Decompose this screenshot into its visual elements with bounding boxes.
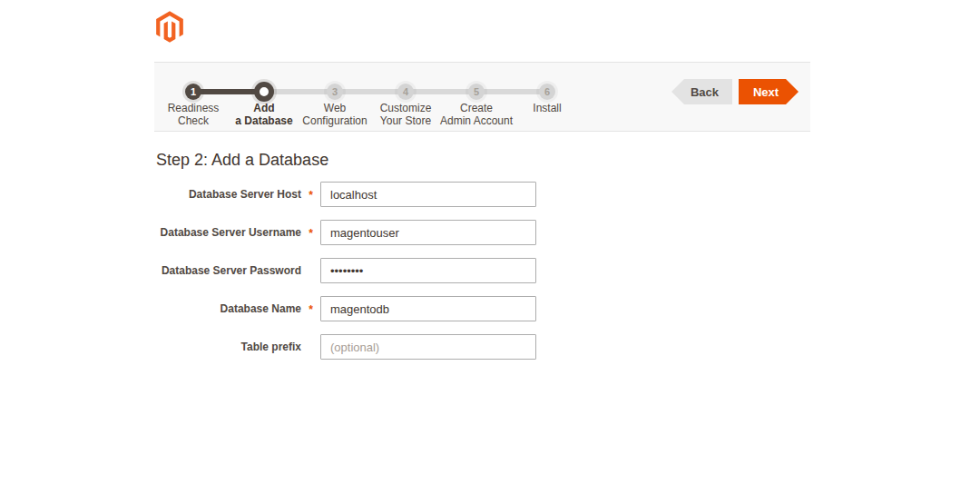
db-name-label: Database Name	[154, 302, 301, 315]
database-form: Database Server Host * Database Server U…	[154, 182, 662, 372]
db-host-row: Database Server Host *	[154, 182, 662, 207]
db-username-label: Database Server Username	[154, 226, 301, 239]
progress-stepper: 1 2 3 4 5 6 Readiness Check Add a Databa…	[154, 63, 590, 133]
next-button[interactable]: Next	[739, 79, 799, 104]
db-name-row: Database Name *	[154, 296, 662, 321]
step-3-circle: 3	[327, 84, 343, 100]
db-password-row: Database Server Password	[154, 258, 662, 283]
step-6-label: Install	[497, 102, 597, 114]
step-4-circle: 4	[397, 84, 414, 100]
db-password-input[interactable]	[320, 258, 536, 283]
table-prefix-label: Table prefix	[154, 341, 301, 353]
page-title: Step 2: Add a Database	[156, 151, 328, 170]
table-prefix-input[interactable]	[320, 334, 536, 360]
magento-logo-icon	[156, 11, 183, 43]
db-host-input[interactable]	[320, 182, 536, 207]
table-prefix-row: Table prefix	[154, 334, 662, 360]
db-password-label: Database Server Password	[154, 264, 301, 277]
required-asterisk: *	[301, 303, 320, 316]
required-asterisk: *	[301, 189, 320, 202]
step-5-circle: 5	[468, 84, 485, 100]
step-6-circle: 6	[539, 84, 555, 100]
step-2-circle: 2	[254, 82, 274, 102]
db-name-input[interactable]	[320, 296, 536, 321]
db-username-input[interactable]	[320, 220, 536, 245]
db-username-row: Database Server Username *	[154, 220, 662, 245]
required-asterisk: *	[301, 227, 320, 240]
step-1-circle: 1	[185, 84, 201, 100]
back-button[interactable]: Back	[671, 79, 732, 104]
db-host-label: Database Server Host	[154, 188, 301, 201]
wizard-nav-band: 1 2 3 4 5 6 Readiness Check Add a Databa…	[154, 62, 810, 132]
